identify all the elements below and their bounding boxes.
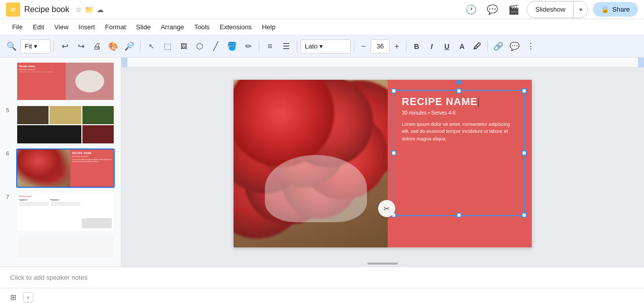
slide-right-panel: RECIPE NAME 30 minutes • Serves 4-6 Lore… <box>388 80 532 247</box>
comment-icon[interactable]: 💬 <box>484 2 500 18</box>
handle-ml[interactable] <box>391 150 396 156</box>
menu-insert[interactable]: Insert <box>74 21 99 33</box>
zoom-select[interactable]: Fit ▾ <box>20 39 51 54</box>
font-arrow: ▾ <box>319 42 323 50</box>
fill-btn[interactable]: 🪣 <box>224 39 240 54</box>
align-center-btn[interactable]: ☰ <box>279 39 294 54</box>
text-content: RECIPE NAME 30 minutes • Serves 4-6 Lore… <box>394 91 524 145</box>
search-btn[interactable]: 🔍 <box>4 39 19 54</box>
slideshow-button[interactable]: Slideshow <box>527 3 573 16</box>
slide-num-7: 7 <box>6 192 12 200</box>
comment-tb-btn[interactable]: 💬 <box>507 39 522 54</box>
menu-arrange[interactable]: Arrange <box>157 21 188 33</box>
slide-thumb-7[interactable]: 7 Recipe name Ingredients <box>6 192 115 231</box>
grid-view-btn[interactable]: ⊞ <box>6 290 20 304</box>
slide-thumb-5[interactable]: 5 <box>6 105 115 144</box>
thumb6-recipe-name: RECIPE NAME <box>72 151 112 155</box>
collapse-sidebar-btn[interactable]: ‹ <box>23 292 33 302</box>
rotate-handle[interactable] <box>456 80 462 85</box>
share-button[interactable]: 🔒 Share <box>593 2 638 17</box>
thumb6-photo <box>17 149 70 187</box>
pen-btn[interactable]: ✏ <box>241 39 256 54</box>
paint-format-btn[interactable]: 🎨 <box>106 39 121 54</box>
thumb6-text: RECIPE NAME 30 minutes • Serves 4-6 Lore… <box>70 149 114 187</box>
underline-btn[interactable]: U <box>440 39 454 54</box>
handle-mr[interactable] <box>522 150 527 156</box>
menu-tools[interactable]: Tools <box>190 21 213 33</box>
undo-btn[interactable]: ↩ <box>57 39 72 54</box>
thumb-5[interactable] <box>16 105 115 144</box>
slide-num-5: 5 <box>6 105 12 113</box>
handle-tr[interactable] <box>522 88 527 93</box>
handle-br[interactable] <box>522 213 527 218</box>
slide-panel: Recipe name 30 minutes • Serves 4-6 Lore… <box>0 58 121 267</box>
app-logo <box>6 3 20 17</box>
handle-bc[interactable] <box>456 213 462 218</box>
present-icon[interactable]: 🎬 <box>505 2 522 18</box>
menu-slide[interactable]: Slide <box>132 21 155 33</box>
shape-btn[interactable]: ⬡ <box>192 39 207 54</box>
thumb7-title: Recipe name <box>19 195 112 197</box>
cursor-btn[interactable]: ↖ <box>144 39 159 54</box>
title-icons: ☆ 📁 ☁ <box>75 6 104 14</box>
action-badge[interactable]: ✂ <box>378 200 395 217</box>
select-box-btn[interactable]: ⬚ <box>160 39 175 54</box>
history-icon[interactable]: 🕐 <box>463 2 479 18</box>
toolbar: 🔍 Fit ▾ ↩ ↪ 🖨 🎨 🔎 ↖ ⬚ 🖼 ⬡ ╱ 🪣 ✏ ≡ ☰ Lato… <box>0 35 644 58</box>
italic-btn[interactable]: I <box>425 39 439 54</box>
font-color-btn[interactable]: A <box>455 39 469 54</box>
font-size-input[interactable] <box>371 39 390 54</box>
align-left-btn[interactable]: ≡ <box>262 39 278 54</box>
zoom-btn[interactable]: 🔎 <box>122 39 137 54</box>
slide-thumb-6[interactable]: 6 RECIPE NAME 30 minutes • Serves 4-6 Lo… <box>6 148 115 188</box>
image-btn[interactable]: 🖼 <box>176 39 191 54</box>
text-cursor <box>478 98 479 107</box>
print-btn[interactable]: 🖨 <box>89 39 105 54</box>
link-btn[interactable]: 🔗 <box>491 39 506 54</box>
notes-bar[interactable]: Click to add speaker notes <box>0 267 644 288</box>
font-select[interactable]: Lato ▾ <box>300 39 351 54</box>
sep2 <box>140 41 141 52</box>
menu-view[interactable]: View <box>50 21 72 33</box>
zoom-select-wrapper[interactable]: Fit ▾ <box>20 39 51 54</box>
redo-btn[interactable]: ↪ <box>73 39 88 54</box>
slide-num-4 <box>6 62 12 64</box>
slide-num-8 <box>6 235 12 237</box>
notes-placeholder[interactable]: Click to add speaker notes <box>10 274 87 281</box>
menu-file[interactable]: File <box>8 21 27 33</box>
font-name: Lato <box>305 42 317 50</box>
cloud-icon[interactable]: ☁ <box>97 6 104 14</box>
menubar: File Edit View Insert Format Slide Arran… <box>0 19 644 35</box>
menu-format[interactable]: Format <box>101 21 130 33</box>
thumb6-meta: 30 minutes • Serves 4-6 <box>72 156 112 158</box>
font-size-decrease[interactable]: − <box>357 39 370 54</box>
star-icon[interactable]: ☆ <box>75 6 82 14</box>
thumb-4[interactable]: Recipe name 30 minutes • Serves 4-6 Lore… <box>16 62 115 101</box>
menu-edit[interactable]: Edit <box>29 21 48 33</box>
slide-thumb-8[interactable] <box>6 235 115 258</box>
line-btn[interactable]: ╱ <box>208 39 223 54</box>
menu-help[interactable]: Help <box>258 21 280 33</box>
slideshow-btn-group: Slideshow ▾ <box>527 1 588 18</box>
main: Recipe name 30 minutes • Serves 4-6 Lore… <box>0 58 644 267</box>
thumb-6[interactable]: RECIPE NAME 30 minutes • Serves 4-6 Lore… <box>16 148 115 188</box>
handle-tl[interactable] <box>391 88 396 93</box>
thumb-7[interactable]: Recipe name Ingredients Preparation <box>16 192 115 231</box>
text-box-selected[interactable]: RECIPE NAME 30 minutes • Serves 4-6 Lore… <box>393 90 525 216</box>
thumb-8[interactable] <box>16 235 115 258</box>
sep5 <box>354 41 354 52</box>
slide-canvas[interactable]: RECIPE NAME 30 minutes • Serves 4-6 Lore… <box>234 80 532 247</box>
canvas-area: RECIPE NAME 30 minutes • Serves 4-6 Lore… <box>121 58 644 267</box>
font-size-increase[interactable]: + <box>391 39 403 54</box>
slideshow-dropdown[interactable]: ▾ <box>573 2 587 18</box>
handle-tc[interactable] <box>456 88 462 93</box>
highlight-btn[interactable]: 🖊 <box>470 39 484 54</box>
ruler-left-indicator <box>121 58 127 67</box>
menu-extensions[interactable]: Extensions <box>216 21 256 33</box>
bold-btn[interactable]: B <box>409 39 424 54</box>
doc-title: Recipe book <box>24 5 69 14</box>
folder-icon[interactable]: 📁 <box>85 6 94 14</box>
slide-thumb-4[interactable]: Recipe name 30 minutes • Serves 4-6 Lore… <box>6 62 115 101</box>
zoom-arrow: ▾ <box>34 42 37 50</box>
more-btn[interactable]: ⋮ <box>523 39 538 54</box>
